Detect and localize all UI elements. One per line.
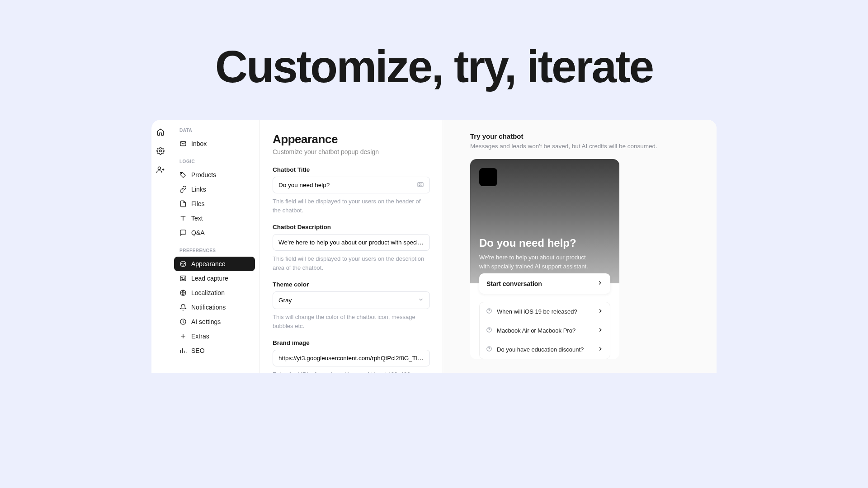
faq-text: When will iOS 19 be released? xyxy=(497,308,577,315)
start-conversation-button[interactable]: Start conversation xyxy=(479,273,610,294)
chatbot-desc-field: Chatbot Description We're here to help y… xyxy=(273,224,430,272)
faq-list: When will iOS 19 be released? Macbook Ai… xyxy=(479,302,610,359)
svg-point-18 xyxy=(489,350,489,351)
sidebar-item-leadcapture[interactable]: Lead capture xyxy=(174,271,255,286)
sidebar-item-label: Lead capture xyxy=(191,275,228,282)
sidebar-section-data-label: DATA xyxy=(174,128,255,136)
chatbot-title-field: Chatbot Title Do you need help? This fie… xyxy=(273,166,430,215)
question-icon xyxy=(486,308,492,315)
sidebar-item-label: Products xyxy=(191,171,216,178)
panel-heading: Appearance xyxy=(273,132,430,146)
field-helper: This field will be displayed to your use… xyxy=(273,197,430,215)
svg-point-5 xyxy=(182,263,182,263)
card-icon xyxy=(417,181,424,189)
sidebar-item-label: Links xyxy=(191,186,206,193)
sidebar-item-label: Localization xyxy=(191,289,225,296)
chat-header: Do you need help? We're here to help you… xyxy=(470,159,619,283)
preview-subtitle: Messages and leads won't be saved, but A… xyxy=(470,142,689,151)
brand-image-field: Brand image https://yt3.googleuserconten… xyxy=(273,339,430,373)
sidebar-item-label: AI settings xyxy=(191,318,221,325)
input-value: We're here to help you about our product… xyxy=(278,239,430,246)
select-value: Gray xyxy=(278,297,292,304)
input-value: Do you need help? xyxy=(278,182,330,188)
faq-text: Macbook Air or Macbook Pro? xyxy=(497,327,576,334)
chevron-down-icon xyxy=(418,296,424,304)
field-helper: This will change the color of the chatbo… xyxy=(273,313,430,330)
svg-point-4 xyxy=(180,261,186,267)
hero: Customize, try, iterate xyxy=(0,0,868,120)
faq-item[interactable]: Macbook Air or Macbook Pro? xyxy=(480,321,610,340)
main-area: Appearance Customize your chatbot popup … xyxy=(260,120,717,373)
chevron-right-icon xyxy=(597,308,604,315)
input-value: https://yt3.googleusercontent.com/rphQtP… xyxy=(278,355,430,361)
svg-point-9 xyxy=(182,277,183,278)
sidebar-item-inbox[interactable]: Inbox xyxy=(174,136,255,151)
brand-logo xyxy=(479,168,497,186)
sidebar-item-label: SEO xyxy=(191,347,205,354)
sidebar-item-label: Inbox xyxy=(191,140,207,147)
sidebar-item-label: Text xyxy=(191,215,203,222)
sidebar-section-logic-label: LOGIC xyxy=(174,159,255,168)
field-label: Brand image xyxy=(273,339,430,346)
home-icon[interactable] xyxy=(156,128,165,138)
chat-heading: Do you need help? xyxy=(479,237,610,249)
chevron-right-icon xyxy=(597,280,603,287)
faq-item[interactable]: Do you have education discount? xyxy=(480,340,610,359)
add-user-icon[interactable] xyxy=(156,166,165,176)
field-helper: This field will be displayed to your use… xyxy=(273,254,430,272)
brand-image-input[interactable]: https://yt3.googleusercontent.com/rphQtP… xyxy=(273,350,430,366)
sidebar-item-label: Extras xyxy=(191,333,209,340)
sidebar-item-links[interactable]: Links xyxy=(174,182,255,197)
theme-color-field: Theme color Gray This will change the co… xyxy=(273,281,430,330)
theme-color-select[interactable]: Gray xyxy=(273,291,430,309)
sidebar-item-notifications[interactable]: Notifications xyxy=(174,300,255,314)
chevron-right-icon xyxy=(597,327,604,334)
sidebar-item-label: Notifications xyxy=(191,304,226,311)
panel-subtitle: Customize your chatbot popup design xyxy=(273,148,430,155)
svg-point-1 xyxy=(158,167,160,169)
sidebar-item-label: Appearance xyxy=(191,260,226,267)
icon-rail xyxy=(151,120,170,373)
cta-label: Start conversation xyxy=(486,280,542,287)
sidebar: DATA Inbox LOGIC Products Links Files Te… xyxy=(170,120,260,373)
svg-point-6 xyxy=(184,263,184,263)
preview-title: Try your chatbot xyxy=(470,132,689,140)
field-label: Theme color xyxy=(273,281,430,288)
sidebar-item-files[interactable]: Files xyxy=(174,197,255,211)
question-icon xyxy=(486,327,492,334)
sidebar-item-label: Files xyxy=(191,200,205,207)
field-label: Chatbot Description xyxy=(273,224,430,230)
sidebar-item-label: Q&A xyxy=(191,229,205,236)
faq-text: Do you have education discount? xyxy=(497,346,584,353)
gear-icon[interactable] xyxy=(156,147,165,157)
chatbot-title-input[interactable]: Do you need help? xyxy=(273,177,430,193)
svg-point-14 xyxy=(489,312,489,313)
field-label: Chatbot Title xyxy=(273,166,430,173)
form-panel: Appearance Customize your chatbot popup … xyxy=(260,120,443,373)
hero-title: Customize, try, iterate xyxy=(0,41,868,93)
svg-point-16 xyxy=(489,331,489,332)
chatbot-desc-input[interactable]: We're here to help you about our product… xyxy=(273,234,430,251)
chat-desc: We're here to help you about our product… xyxy=(479,253,597,271)
app-window: DATA Inbox LOGIC Products Links Files Te… xyxy=(151,120,717,373)
sidebar-item-text[interactable]: Text xyxy=(174,211,255,225)
chat-widget: Do you need help? We're here to help you… xyxy=(470,159,619,359)
sidebar-item-qa[interactable]: Q&A xyxy=(174,225,255,240)
field-helper: Enter the URL of your brand image. At le… xyxy=(273,370,430,373)
svg-point-7 xyxy=(183,265,183,265)
sidebar-item-aisettings[interactable]: AI settings xyxy=(174,314,255,329)
chevron-right-icon xyxy=(597,346,604,353)
preview-panel: Try your chatbot Messages and leads won'… xyxy=(443,120,717,373)
svg-rect-12 xyxy=(418,182,423,186)
sidebar-section-prefs-label: PREFERENCES xyxy=(174,248,255,257)
sidebar-item-products[interactable]: Products xyxy=(174,168,255,182)
sidebar-item-localization[interactable]: Localization xyxy=(174,286,255,300)
faq-item[interactable]: When will iOS 19 be released? xyxy=(480,302,610,321)
sidebar-item-extras[interactable]: Extras xyxy=(174,329,255,343)
svg-point-3 xyxy=(181,173,182,174)
sidebar-item-seo[interactable]: SEO xyxy=(174,343,255,358)
svg-point-0 xyxy=(160,150,162,152)
question-icon xyxy=(486,346,492,353)
sidebar-item-appearance[interactable]: Appearance xyxy=(174,257,255,271)
